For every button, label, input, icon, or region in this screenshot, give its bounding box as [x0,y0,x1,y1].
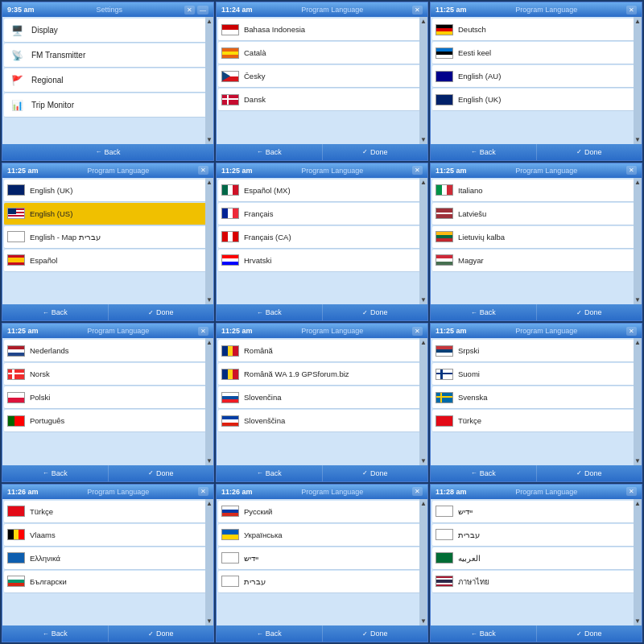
language-item[interactable]: Polski [4,386,212,409]
scrollbar[interactable]: ▲▼ [205,17,213,144]
footer-done-button[interactable]: ✓Done [537,465,642,481]
language-item[interactable]: Latviešu [432,203,640,225]
scrollbar[interactable]: ▲▼ [634,17,642,144]
footer-back-button[interactable]: ←Back [2,465,109,481]
scroll-up-arrow[interactable]: ▲ [206,18,213,25]
scroll-up-arrow[interactable]: ▲ [634,179,641,186]
language-item[interactable]: English (UK) [4,180,212,202]
scroll-up-arrow[interactable]: ▲ [420,179,427,186]
scrollbar[interactable]: ▲▼ [634,338,642,465]
language-item[interactable]: Español [4,250,212,272]
scroll-down-arrow[interactable]: ▼ [420,136,427,143]
scrollbar[interactable]: ▲▼ [419,17,427,144]
footer-back-button[interactable]: ←Back [431,625,537,642]
close-icon[interactable]: ✕ [412,327,423,336]
settings-item[interactable]: 📡FM Transmitter [4,43,212,68]
footer-back-button[interactable]: ←Back [217,625,323,642]
scroll-up-arrow[interactable]: ▲ [206,500,213,507]
language-item[interactable]: ภาษาไทย [432,571,640,593]
language-item[interactable]: Svenska [432,386,640,409]
language-item[interactable]: English (US) [4,203,212,225]
footer-back-button[interactable]: ←Back [431,465,537,481]
scroll-up-arrow[interactable]: ▲ [420,500,427,507]
language-item[interactable]: עברית [432,524,640,547]
footer-done-button[interactable]: ✓Done [109,465,214,481]
language-item[interactable]: Français [218,203,426,225]
language-item[interactable]: Eesti keel [432,42,640,64]
close-icon[interactable]: ✕ [412,6,423,14]
scroll-up-arrow[interactable]: ▲ [206,179,213,186]
scrollbar[interactable]: ▲▼ [419,338,427,465]
footer-done-button[interactable]: ✓Done [109,625,214,642]
language-item[interactable]: Bahasa Indonesia [218,19,426,41]
scrollbar[interactable]: ▲▼ [419,178,427,305]
footer-back-button[interactable]: ←Back [431,304,537,320]
language-item[interactable]: Slovenščina [218,410,426,432]
language-item[interactable]: Català [218,42,426,64]
close-icon[interactable]: ✕ [412,487,423,496]
language-item[interactable]: Suomi [432,363,640,386]
footer-back-button[interactable]: ←Back [217,465,323,481]
language-item[interactable]: Magyar [432,250,640,272]
language-item[interactable]: English (AU) [432,65,640,88]
scroll-down-arrow[interactable]: ▼ [634,296,641,303]
scroll-down-arrow[interactable]: ▼ [206,296,213,303]
scroll-down-arrow[interactable]: ▼ [420,457,427,464]
language-item[interactable]: Українська [218,524,426,547]
minimize-icon[interactable]: — [197,6,208,14]
language-item[interactable]: יידיש [432,501,640,523]
scroll-up-arrow[interactable]: ▲ [634,339,641,346]
language-item[interactable]: Türkçe [4,501,212,523]
close-icon[interactable]: ✕ [412,166,423,175]
footer-back-button[interactable]: ←Back [2,304,109,320]
footer-done-button[interactable]: ✓Done [323,465,428,481]
scrollbar[interactable]: ▲▼ [634,499,642,626]
footer-done-button[interactable]: ✓Done [537,625,642,642]
scroll-down-arrow[interactable]: ▼ [206,617,213,625]
scrollbar[interactable]: ▲▼ [419,499,427,626]
language-item[interactable]: Lietuvių kalba [432,226,640,249]
language-item[interactable]: Română [218,340,426,362]
language-item[interactable]: Vlaams [4,524,212,547]
language-item[interactable]: العربیه [432,547,640,570]
footer-done-button[interactable]: ✓Done [323,625,428,642]
footer-back-button[interactable]: ←Back [2,625,109,642]
language-item[interactable]: Ελληνικά [4,547,212,570]
language-item[interactable]: English (UK) [432,89,640,111]
scrollbar[interactable]: ▲▼ [634,178,642,305]
settings-item[interactable]: 🚩Regional [4,68,212,93]
scroll-down-arrow[interactable]: ▼ [420,617,427,625]
language-item[interactable]: Srpski [432,340,640,362]
footer-done-button[interactable]: ✓Done [323,144,428,160]
scroll-down-arrow[interactable]: ▼ [634,457,641,464]
close-icon[interactable]: ✕ [184,6,195,14]
settings-item[interactable]: 📊Trip Monitor [4,93,212,118]
close-icon[interactable]: ✕ [626,487,637,496]
close-icon[interactable]: ✕ [626,6,637,14]
scroll-up-arrow[interactable]: ▲ [420,339,427,346]
footer-back-button[interactable]: ←Back [2,144,213,160]
language-item[interactable]: Deutsch [432,19,640,41]
language-item[interactable]: Español (MX) [218,180,426,202]
language-item[interactable]: Română WA 1.9 GPSforum.biz [218,363,426,386]
close-icon[interactable]: ✕ [198,166,208,175]
scroll-up-arrow[interactable]: ▲ [634,500,641,507]
language-item[interactable]: Dansk [218,89,426,111]
language-item[interactable]: Italiano [432,180,640,202]
scroll-up-arrow[interactable]: ▲ [206,339,213,346]
language-item[interactable]: Русский [218,501,426,523]
language-item[interactable]: Hrvatski [218,250,426,272]
scrollbar[interactable]: ▲▼ [205,178,213,305]
footer-back-button[interactable]: ←Back [431,144,537,160]
language-item[interactable]: Česky [218,65,426,88]
scroll-down-arrow[interactable]: ▼ [634,617,641,625]
footer-done-button[interactable]: ✓Done [537,304,642,320]
language-item[interactable]: Slovenčina [218,386,426,409]
close-icon[interactable]: ✕ [626,166,637,175]
close-icon[interactable]: ✕ [626,327,637,336]
scroll-down-arrow[interactable]: ▼ [420,296,427,303]
footer-done-button[interactable]: ✓Done [323,304,428,320]
language-item[interactable]: יידיש [218,547,426,570]
scroll-down-arrow[interactable]: ▼ [206,457,213,464]
scroll-up-arrow[interactable]: ▲ [420,18,427,25]
